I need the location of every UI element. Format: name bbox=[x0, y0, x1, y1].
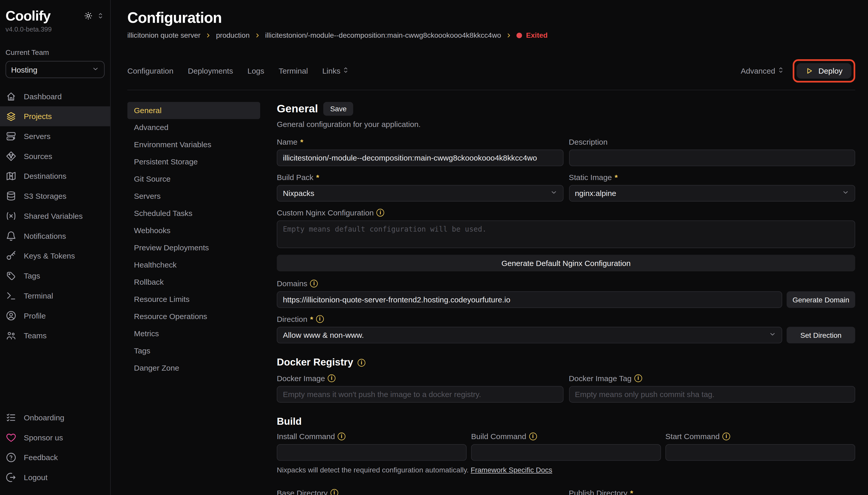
advanced-dropdown[interactable]: Advanced bbox=[741, 66, 784, 75]
required-asterisk: * bbox=[630, 489, 633, 495]
subnav-item-persistent-storage[interactable]: Persistent Storage bbox=[127, 153, 260, 171]
publish-directory-label: Publish Directory bbox=[569, 489, 627, 495]
build-command-input[interactable] bbox=[471, 444, 661, 461]
tab-logs[interactable]: Logs bbox=[247, 66, 264, 75]
coolify-app: Coolify v4.0.0-beta.399 Current Team Hos… bbox=[0, 0, 868, 495]
subnav-item-general[interactable]: General bbox=[127, 102, 260, 119]
generate-nginx-config-button[interactable]: Generate Default Nginx Configuration bbox=[277, 255, 855, 271]
sidebar-item-s3-storages[interactable]: S3 Storages bbox=[0, 186, 110, 206]
key-icon bbox=[6, 250, 17, 261]
sidebar: Coolify v4.0.0-beta.399 Current Team Hos… bbox=[0, 0, 111, 495]
info-icon: i bbox=[331, 489, 338, 495]
heart-icon bbox=[6, 432, 17, 443]
theme-sun-icon[interactable] bbox=[84, 11, 93, 20]
docker-image-tag-input[interactable] bbox=[569, 386, 855, 403]
nginx-config-textarea[interactable] bbox=[277, 220, 855, 248]
breadcrumb-application[interactable]: illicitestonion/-module--decomposition:m… bbox=[265, 31, 501, 39]
chevron-down-icon bbox=[550, 189, 557, 198]
domains-label: Domains bbox=[277, 279, 307, 288]
subnav-item-webhooks[interactable]: Webhooks bbox=[127, 222, 260, 239]
sidebar-item-shared-variables[interactable]: Shared Variables bbox=[0, 206, 110, 226]
subnav-item-tags[interactable]: Tags bbox=[127, 342, 260, 360]
sidebar-item-servers[interactable]: Servers bbox=[0, 126, 110, 146]
sidebar-item-label: Profile bbox=[24, 311, 46, 320]
sidebar-item-label: S3 Storages bbox=[24, 192, 66, 201]
sidebar-item-feedback[interactable]: Feedback bbox=[0, 447, 110, 467]
tab-terminal[interactable]: Terminal bbox=[279, 66, 308, 75]
sidebar-item-teams[interactable]: Teams bbox=[0, 326, 110, 346]
sidebar-item-projects[interactable]: Projects bbox=[0, 106, 110, 126]
start-command-input[interactable] bbox=[666, 444, 855, 461]
generate-domain-button[interactable]: Generate Domain bbox=[787, 291, 855, 308]
tab-links[interactable]: Links bbox=[322, 66, 349, 75]
description-label: Description bbox=[569, 137, 607, 147]
sidebar-item-label: Sources bbox=[24, 152, 52, 161]
sidebar-item-dashboard[interactable]: Dashboard bbox=[0, 86, 110, 106]
subnav-item-healthcheck[interactable]: Healthcheck bbox=[127, 256, 260, 274]
set-direction-button[interactable]: Set Direction bbox=[787, 327, 855, 343]
framework-docs-link[interactable]: Framework Specific Docs bbox=[471, 466, 552, 474]
domains-input[interactable] bbox=[277, 291, 782, 308]
breadcrumb-environment[interactable]: production bbox=[216, 31, 250, 39]
sidebar-item-terminal[interactable]: Terminal bbox=[0, 286, 110, 306]
team-select[interactable]: Hosting bbox=[6, 61, 105, 78]
description-input[interactable] bbox=[569, 150, 855, 166]
info-icon: i bbox=[310, 279, 318, 287]
tag-icon bbox=[6, 270, 17, 281]
deploy-button-highlight: Deploy bbox=[793, 59, 855, 83]
chevron-down-icon bbox=[769, 330, 776, 340]
subnav-item-preview-deployments[interactable]: Preview Deployments bbox=[127, 239, 260, 256]
terminal-icon bbox=[6, 290, 17, 301]
sidebar-item-notifications[interactable]: Notifications bbox=[0, 226, 110, 246]
subnav-item-danger-zone[interactable]: Danger Zone bbox=[127, 359, 260, 376]
sidebar-item-profile[interactable]: Profile bbox=[0, 306, 110, 326]
sidebar-item-label: Terminal bbox=[24, 291, 53, 300]
direction-select[interactable]: Allow www & non-www. bbox=[277, 327, 782, 343]
sidebar-item-tags[interactable]: Tags bbox=[0, 266, 110, 286]
bell-icon bbox=[6, 230, 17, 241]
subnav-item-advanced[interactable]: Advanced bbox=[127, 119, 260, 136]
subnav-item-rollback[interactable]: Rollback bbox=[127, 274, 260, 291]
name-input[interactable] bbox=[277, 150, 563, 166]
subnav-item-git-source[interactable]: Git Source bbox=[127, 171, 260, 188]
app-version: v4.0.0-beta.399 bbox=[0, 25, 110, 33]
theme-selector-chevron-icon[interactable] bbox=[98, 12, 104, 19]
section-subtitle: General configuration for your applicati… bbox=[277, 120, 855, 129]
status-badge: Exited bbox=[516, 31, 548, 39]
git-source-icon bbox=[6, 151, 17, 161]
section-title-docker-registry: Docker Registry bbox=[277, 357, 353, 368]
name-label: Name bbox=[277, 137, 298, 147]
info-icon: i bbox=[358, 359, 365, 366]
docker-image-input[interactable] bbox=[277, 386, 563, 403]
direction-label: Direction bbox=[277, 315, 307, 324]
status-text: Exited bbox=[526, 31, 548, 39]
sidebar-item-logout[interactable]: Logout bbox=[0, 467, 110, 488]
sidebar-item-destinations[interactable]: Destinations bbox=[0, 166, 110, 186]
sidebar-item-keys-tokens[interactable]: Keys & Tokens bbox=[0, 246, 110, 266]
sidebar-item-sources[interactable]: Sources bbox=[0, 146, 110, 166]
sidebar-item-sponsor-us[interactable]: Sponsor us bbox=[0, 428, 110, 447]
deploy-button[interactable]: Deploy bbox=[797, 63, 851, 79]
subnav-item-environment-variables[interactable]: Environment Variables bbox=[127, 136, 260, 153]
subnav-item-scheduled-tasks[interactable]: Scheduled Tasks bbox=[127, 205, 260, 222]
sidebar-item-label: Dashboard bbox=[24, 92, 62, 101]
sidebar-item-onboarding[interactable]: Onboarding bbox=[0, 408, 110, 428]
sidebar-item-label: Tags bbox=[24, 271, 40, 280]
subnav-item-metrics[interactable]: Metrics bbox=[127, 325, 260, 342]
breadcrumb-project[interactable]: illicitonion quote server bbox=[127, 31, 201, 39]
map-icon bbox=[6, 171, 17, 182]
save-button[interactable]: Save bbox=[323, 102, 353, 116]
install-command-input[interactable] bbox=[277, 444, 467, 461]
subnav-item-servers[interactable]: Servers bbox=[127, 188, 260, 205]
help-icon bbox=[6, 452, 17, 463]
tab-deployments[interactable]: Deployments bbox=[188, 66, 233, 75]
subnav-item-resource-limits[interactable]: Resource Limits bbox=[127, 291, 260, 308]
tab-configuration[interactable]: Configuration bbox=[127, 66, 174, 75]
info-icon: i bbox=[338, 432, 345, 440]
subnav-item-resource-operations[interactable]: Resource Operations bbox=[127, 308, 260, 325]
build-command-label: Build Command bbox=[471, 432, 526, 441]
static-image-select[interactable]: nginx:alpine bbox=[569, 185, 855, 202]
install-command-label: Install Command bbox=[277, 432, 335, 441]
section-title-general: General bbox=[277, 102, 318, 115]
build-pack-select[interactable]: Nixpacks bbox=[277, 185, 563, 202]
